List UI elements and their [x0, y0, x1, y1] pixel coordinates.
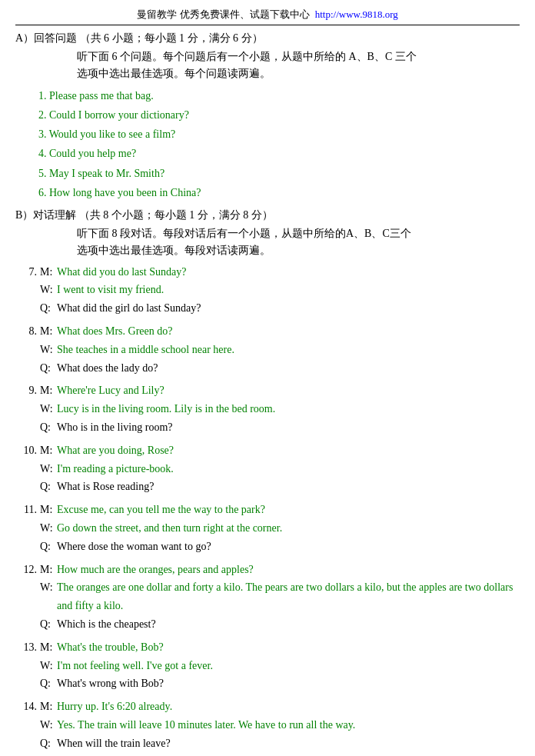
- dialog-row: W:She teaches in a middle school near he…: [15, 341, 520, 359]
- dialog-speaker: W:: [40, 519, 57, 538]
- dialog-text: I'm reading a picture-book.: [57, 460, 520, 478]
- section-a-questions: 1. Please pass me that bag.2. Could I bo…: [31, 86, 520, 202]
- dialog-number: 14.: [15, 698, 40, 716]
- dialog-row: 14.M:Hurry up. It's 6:20 already.: [15, 698, 520, 716]
- dialog-text: What does Mrs. Green do?: [57, 322, 520, 341]
- dialog-text: Go down the street, and then turn right …: [57, 519, 520, 538]
- dialog-text: What's wrong with Bob?: [57, 674, 520, 693]
- dialog-item: 13.M:What's the trouble, Bob?W:I'm not f…: [15, 638, 520, 693]
- dialog-speaker: W:: [40, 341, 57, 359]
- dialog-item: 8.M:What does Mrs. Green do?W:She teache…: [15, 322, 520, 377]
- dialog-speaker: W:: [40, 716, 57, 734]
- dialog-speaker: Q:: [40, 538, 57, 556]
- section-b-instruction-line2: 选项中选出最佳选项。每段对话读两遍。: [77, 242, 520, 259]
- dialog-number: 11.: [15, 501, 40, 519]
- section-a-title: A）回答问题 （共 6 小题；每小题 1 分，满分 6 分）: [15, 32, 520, 45]
- dialog-speaker: Q:: [40, 615, 57, 634]
- dialog-speaker: Q:: [40, 478, 57, 496]
- dialog-row: 12.M:How much are the oranges, pears and…: [15, 561, 520, 579]
- dialog-row: Q:Which is the cheapest?: [15, 615, 520, 634]
- dialog-item: 7.M:What did you do last Sunday?W:I went…: [15, 263, 520, 318]
- dialog-text: Which is the cheapest?: [57, 615, 520, 634]
- dialog-row: W:Lucy is in the living room. Lily is in…: [15, 400, 520, 418]
- dialog-row: Q:What's wrong with Bob?: [15, 674, 520, 693]
- dialog-speaker: Q:: [40, 299, 57, 318]
- dialog-row: Q:What does the lady do?: [15, 359, 520, 378]
- dialog-speaker: M:: [40, 381, 57, 400]
- dialog-row: W:Go down the street, and then turn righ…: [15, 519, 520, 538]
- section-a-question: 3. Would you like to see a film?: [38, 125, 520, 144]
- dialog-text: Yes. The train will leave 10 minutes lat…: [57, 716, 520, 734]
- section-a-question: 6. How long have you been in China?: [38, 183, 520, 202]
- dialog-number: 13.: [15, 638, 40, 657]
- dialog-row: Q:What did the girl do last Sunday?: [15, 299, 520, 318]
- dialog-speaker: M:: [40, 441, 57, 460]
- dialog-text: I went to visit my friend.: [57, 281, 520, 299]
- dialog-row: 9.M:Where're Lucy and Lily?: [15, 381, 520, 400]
- dialog-text: What does the lady do?: [57, 359, 520, 378]
- dialog-text: Hurry up. It's 6:20 already.: [57, 698, 520, 716]
- dialog-row: W:I'm not feeling well. I've got a fever…: [15, 657, 520, 675]
- dialog-number: 12.: [15, 561, 40, 579]
- dialog-text: Where're Lucy and Lily?: [57, 381, 520, 400]
- dialog-speaker: Q:: [40, 734, 57, 753]
- dialog-speaker: M:: [40, 501, 57, 519]
- dialog-speaker: M:: [40, 638, 57, 657]
- dialog-speaker: Q:: [40, 359, 57, 378]
- section-b-instruction: 听下面 8 段对话。每段对话后有一个小题，从题中所给的A、B、C三个 选项中选出…: [77, 225, 520, 260]
- dialog-item: 14.M:Hurry up. It's 6:20 already.W:Yes. …: [15, 698, 520, 752]
- section-b-title-text: B）对话理解 （共 8 个小题；每小题 1 分，满分 8 分）: [15, 209, 273, 221]
- dialog-item: 11.M:Excuse me, can you tell me the way …: [15, 501, 520, 555]
- dialog-text: What are you doing, Rose?: [57, 441, 520, 460]
- dialog-speaker: M:: [40, 263, 57, 281]
- dialog-text: Lucy is in the living room. Lily is in t…: [57, 400, 520, 418]
- dialog-row: 7.M:What did you do last Sunday?: [15, 263, 520, 281]
- dialog-text: Where dose the woman want to go?: [57, 538, 520, 556]
- dialog-row: 10.M:What are you doing, Rose?: [15, 441, 520, 460]
- section-a-question: 4. Could you help me?: [38, 144, 520, 163]
- dialog-row: W:The oranges are one dollar and forty a…: [15, 578, 520, 615]
- section-b-instruction-line1: 听下面 8 段对话。每段对话后有一个小题，从题中所给的A、B、C三个: [77, 225, 520, 242]
- dialog-speaker: Q:: [40, 418, 57, 437]
- dialog-speaker: M:: [40, 322, 57, 341]
- dialog-text: What's the trouble, Bob?: [57, 638, 520, 657]
- dialog-text: Excuse me, can you tell me the way to th…: [57, 501, 520, 519]
- section-a-question: 2. Could I borrow your dictionary?: [38, 105, 520, 125]
- dialog-text: How much are the oranges, pears and appl…: [57, 561, 520, 579]
- dialog-item: 12.M:How much are the oranges, pears and…: [15, 561, 520, 634]
- dialog-item: 9.M:Where're Lucy and Lily?W:Lucy is in …: [15, 381, 520, 436]
- section-a-instruction: 听下面 6 个问题。每个问题后有一个小题，从题中所给的 A、B、C 三个 选项中…: [77, 48, 520, 83]
- dialog-row: Q:When will the train leave?: [15, 734, 520, 753]
- dialog-speaker: W:: [40, 578, 57, 597]
- dialog-speaker: W:: [40, 281, 57, 299]
- dialog-number: 8.: [15, 322, 40, 341]
- dialog-row: W:I went to visit my friend.: [15, 281, 520, 299]
- dialog-text: What did you do last Sunday?: [57, 263, 520, 281]
- dialog-text: When will the train leave?: [57, 734, 520, 753]
- header-text: 曼留教学 优秀免费课件、试题下载中心: [137, 8, 309, 20]
- dialog-row: Q:What is Rose reading?: [15, 478, 520, 496]
- dialog-text: I'm not feeling well. I've got a fever.: [57, 657, 520, 675]
- dialog-number: 9.: [15, 381, 40, 400]
- dialog-speaker: W:: [40, 657, 57, 675]
- dialog-text: She teaches in a middle school near here…: [57, 341, 520, 359]
- section-a-title-text: A）回答问题 （共 6 小题；每小题 1 分，满分 6 分）: [15, 32, 263, 44]
- section-a-question: 1. Please pass me that bag.: [38, 86, 520, 105]
- dialog-row: Q:Where dose the woman want to go?: [15, 538, 520, 556]
- dialog-item: 10.M:What are you doing, Rose?W:I'm read…: [15, 441, 520, 496]
- dialog-speaker: M:: [40, 698, 57, 716]
- dialog-row: 8.M:What does Mrs. Green do?: [15, 322, 520, 341]
- dialog-speaker: W:: [40, 400, 57, 418]
- dialog-number: 7.: [15, 263, 40, 281]
- dialog-speaker: M:: [40, 561, 57, 579]
- dialog-number: 10.: [15, 441, 40, 460]
- instruction-line2: 选项中选出最佳选项。每个问题读两遍。: [77, 65, 520, 82]
- dialog-text: What is Rose reading?: [57, 478, 520, 496]
- section-b-dialogs: 7.M:What did you do last Sunday?W:I went…: [15, 263, 520, 753]
- dialog-text: The oranges are one dollar and forty a k…: [57, 578, 520, 615]
- dialog-speaker: W:: [40, 460, 57, 478]
- dialog-row: 13.M:What's the trouble, Bob?: [15, 638, 520, 657]
- dialog-speaker: Q:: [40, 674, 57, 693]
- instruction-line1: 听下面 6 个问题。每个问题后有一个小题，从题中所给的 A、B、C 三个: [77, 48, 520, 65]
- dialog-text: What did the girl do last Sunday?: [57, 299, 520, 318]
